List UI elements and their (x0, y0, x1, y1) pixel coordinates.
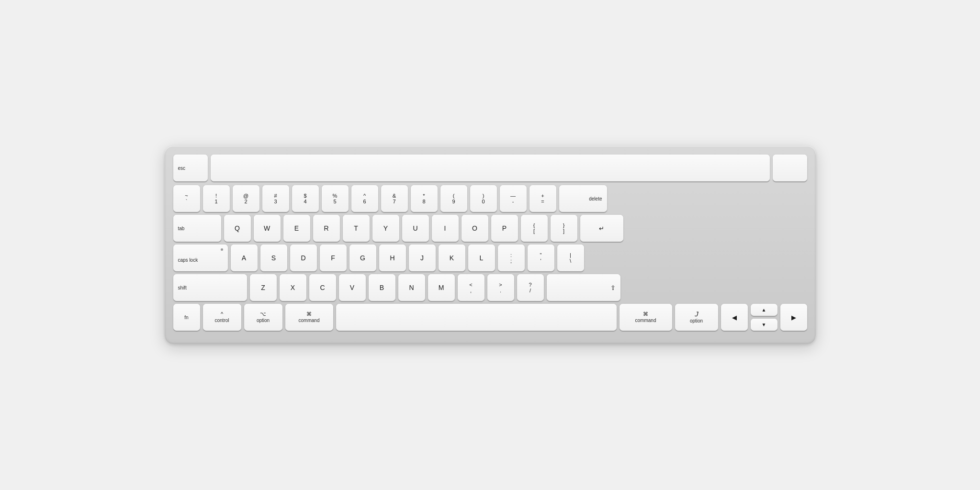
key-arrow-up[interactable]: ▲ (751, 304, 777, 316)
key-minus[interactable]: — - (500, 185, 527, 212)
key-x[interactable]: X (280, 274, 306, 301)
key-0[interactable]: ) 0 (470, 185, 497, 212)
bottom-row: fn ^ control ⌥ option ⌘ command ⌘ comman… (173, 304, 807, 331)
key-t[interactable]: T (343, 215, 370, 242)
key-comma[interactable]: < , (458, 274, 484, 301)
key-8[interactable]: * 8 (411, 185, 438, 212)
key-rbracket[interactable]: } ] (551, 215, 577, 242)
key-tab[interactable]: tab (173, 215, 221, 242)
key-option-left-label: option (257, 317, 270, 323)
key-6[interactable]: ^ 6 (351, 185, 378, 212)
key-slash[interactable]: ? / (517, 274, 544, 301)
key-period[interactable]: > . (487, 274, 514, 301)
key-n[interactable]: N (398, 274, 425, 301)
key-9[interactable]: ( 9 (440, 185, 467, 212)
key-control[interactable]: ^ control (203, 304, 241, 331)
key-j[interactable]: J (409, 245, 436, 271)
key-esc[interactable]: esc (173, 155, 208, 181)
key-f[interactable]: F (320, 245, 347, 271)
key-y[interactable]: Y (372, 215, 399, 242)
key-tilde[interactable]: ~ ` (173, 185, 200, 212)
key-semicolon[interactable]: : ; (498, 245, 525, 271)
key-arrow-right[interactable]: ▶ (780, 304, 807, 331)
key-enter[interactable]: ↵ (580, 215, 623, 242)
key-d[interactable]: D (290, 245, 317, 271)
number-row: ~ ` ! 1 @ 2 # 3 $ 4 % 5 ^ 6 & 7 (173, 185, 807, 212)
key-fn-bar[interactable] (211, 155, 770, 181)
key-enter-symbol: ↵ (599, 225, 604, 232)
key-s[interactable]: S (260, 245, 287, 271)
key-lbracket[interactable]: { [ (521, 215, 548, 242)
key-backslash[interactable]: | \ (557, 245, 584, 271)
zxcv-row: shift Z X C V B N M < , > . (173, 274, 807, 301)
key-control-label: control (214, 317, 229, 323)
caps-lock-indicator (221, 248, 223, 251)
key-shift-right[interactable]: ⇧ (547, 274, 620, 301)
key-q[interactable]: Q (224, 215, 251, 242)
key-option-right[interactable]: J option (675, 304, 718, 331)
key-b[interactable]: B (369, 274, 395, 301)
key-arrow-left[interactable]: ◀ (721, 304, 748, 331)
qwerty-row: tab Q W E R T Y U I O P (173, 215, 807, 242)
key-command-right[interactable]: ⌘ command (620, 304, 672, 331)
key-equals[interactable]: + = (529, 185, 556, 212)
key-u[interactable]: U (402, 215, 429, 242)
keyboard: esc ~ ` ! 1 @ 2 # 3 $ 4 % 5 (165, 146, 816, 344)
key-caps-label: caps lock (178, 257, 198, 263)
key-r[interactable]: R (313, 215, 340, 242)
fn-row: esc (173, 155, 807, 181)
key-fn-label: fn (184, 314, 188, 321)
key-h[interactable]: H (379, 245, 406, 271)
key-shift-left[interactable]: shift (173, 274, 247, 301)
key-z[interactable]: Z (250, 274, 277, 301)
key-k[interactable]: K (439, 245, 465, 271)
key-7[interactable]: & 7 (381, 185, 408, 212)
key-e[interactable]: E (283, 215, 310, 242)
key-o[interactable]: O (462, 215, 488, 242)
key-option-right-label: option (690, 318, 703, 324)
key-4[interactable]: $ 4 (292, 185, 319, 212)
key-shift-left-label: shift (178, 285, 187, 291)
key-command-left[interactable]: ⌘ command (285, 304, 333, 331)
key-5[interactable]: % 5 (322, 185, 349, 212)
key-option-left[interactable]: ⌥ option (244, 304, 282, 331)
key-command-right-label: command (635, 317, 656, 323)
key-m[interactable]: M (428, 274, 455, 301)
key-v[interactable]: V (339, 274, 366, 301)
key-w[interactable]: W (254, 215, 281, 242)
key-command-left-label: command (299, 317, 320, 323)
key-delete[interactable]: delete (559, 185, 607, 212)
key-fn[interactable]: fn (173, 304, 200, 331)
key-arrow-down[interactable]: ▼ (751, 319, 777, 331)
key-g[interactable]: G (349, 245, 376, 271)
key-1[interactable]: ! 1 (203, 185, 230, 212)
key-3[interactable]: # 3 (262, 185, 289, 212)
key-2[interactable]: @ 2 (233, 185, 259, 212)
key-power[interactable] (773, 155, 807, 181)
key-i[interactable]: I (432, 215, 459, 242)
key-tab-label: tab (178, 225, 185, 232)
key-esc-label: esc (178, 165, 186, 171)
key-c[interactable]: C (309, 274, 336, 301)
key-quote[interactable]: " ' (528, 245, 554, 271)
key-space[interactable] (336, 304, 617, 331)
key-l[interactable]: L (468, 245, 495, 271)
key-caps-lock[interactable]: caps lock (173, 245, 228, 271)
key-p[interactable]: P (491, 215, 518, 242)
key-delete-label: delete (589, 196, 602, 202)
key-a[interactable]: A (231, 245, 258, 271)
key-shift-right-symbol: ⇧ (610, 284, 616, 291)
asdf-row: caps lock A S D F G H J K L : ; (173, 245, 807, 271)
